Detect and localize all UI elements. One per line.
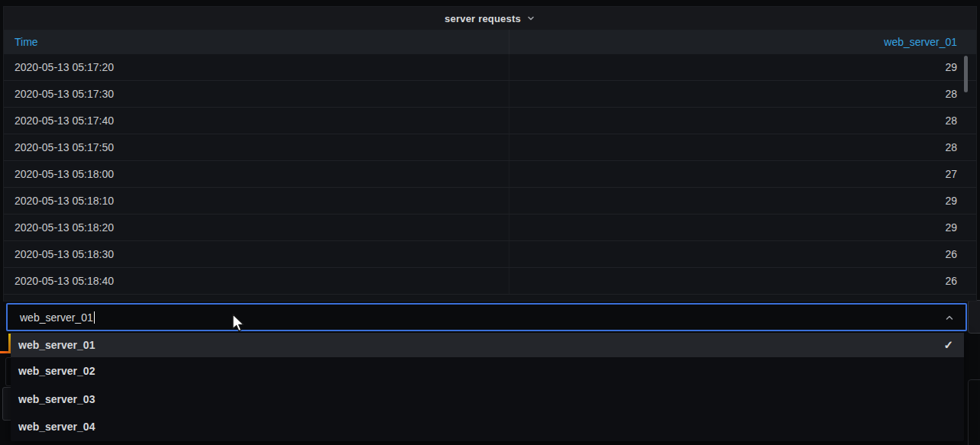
- cell-value: 28: [509, 114, 976, 127]
- cell-value: 27: [509, 168, 976, 180]
- table-row: 2020-05-13 05:18:30 26: [4, 241, 976, 268]
- background-panel-fragment: [968, 379, 980, 445]
- cell-value: 26: [509, 248, 976, 260]
- variable-options-menu: web_server_01 ✓ web_server_02 web_server…: [11, 333, 964, 441]
- cell-value: 26: [509, 275, 976, 287]
- column-header-time[interactable]: Time: [4, 30, 509, 54]
- cell-time: 2020-05-13 05:18:00: [4, 161, 509, 187]
- option-web-server-02[interactable]: web_server_02: [11, 357, 964, 385]
- cell-time: 2020-05-13 05:17:20: [4, 54, 509, 80]
- cell-time: 2020-05-13 05:17:30: [4, 81, 509, 107]
- option-label: web_server_02: [18, 365, 95, 377]
- table-row: 2020-05-13 05:17:50 28: [4, 134, 976, 161]
- table-row: 2020-05-13 05:17:40 28: [4, 108, 976, 134]
- table-row: 2020-05-13 05:18:10 29: [4, 188, 976, 214]
- cell-time: 2020-05-13 05:18:30: [4, 241, 509, 267]
- table-row: 2020-05-13 05:17:20 29: [4, 54, 976, 81]
- option-label: web_server_04: [18, 421, 95, 433]
- cell-time: 2020-05-13 05:18:40: [4, 268, 509, 294]
- option-web-server-04[interactable]: web_server_04: [11, 413, 964, 441]
- cell-time: 2020-05-13 05:17:50: [4, 134, 509, 160]
- chevron-down-icon: [526, 14, 535, 23]
- cell-time: 2020-05-13 05:18:20: [4, 214, 509, 240]
- variable-search-input[interactable]: web_server_01: [6, 303, 967, 331]
- table-panel: server requests Time web_server_01 2020-…: [3, 6, 977, 302]
- variable-input-value: web_server_01: [20, 311, 93, 324]
- option-web-server-01[interactable]: web_server_01 ✓: [11, 333, 964, 357]
- cell-time: 2020-05-13 05:17:40: [4, 108, 509, 134]
- cell-value: 29: [509, 195, 976, 207]
- column-header-series[interactable]: web_server_01: [509, 36, 976, 48]
- cell-time: 2020-05-13 05:18:10: [4, 188, 509, 214]
- table-row: 2020-05-13 05:18:40 26: [4, 268, 976, 295]
- text-caret: [94, 311, 95, 324]
- table-row: 2020-05-13 05:18:00 27: [4, 161, 976, 188]
- panel-title: server requests: [445, 13, 521, 24]
- option-web-server-03[interactable]: web_server_03: [11, 385, 964, 414]
- check-icon: ✓: [943, 338, 953, 352]
- panel-header[interactable]: server requests: [4, 7, 976, 30]
- option-label: web_server_03: [18, 393, 95, 405]
- graph-line-fragment-horizontal: [0, 351, 11, 353]
- cell-value: 29: [509, 221, 976, 234]
- table-header-row: Time web_server_01: [4, 30, 976, 54]
- chevron-up-icon[interactable]: [944, 312, 955, 323]
- table-body: 2020-05-13 05:17:20 29 2020-05-13 05:17:…: [4, 54, 976, 295]
- cell-value: 28: [509, 141, 976, 153]
- cell-value: 29: [509, 61, 976, 73]
- option-label: web_server_01: [18, 339, 95, 351]
- table-scrollbar[interactable]: [964, 56, 968, 92]
- cell-value: 28: [509, 88, 976, 100]
- background-panel-fragment: [968, 300, 980, 334]
- table-row: 2020-05-13 05:17:30 28: [4, 81, 976, 108]
- table-row: 2020-05-13 05:18:20 29: [4, 214, 976, 241]
